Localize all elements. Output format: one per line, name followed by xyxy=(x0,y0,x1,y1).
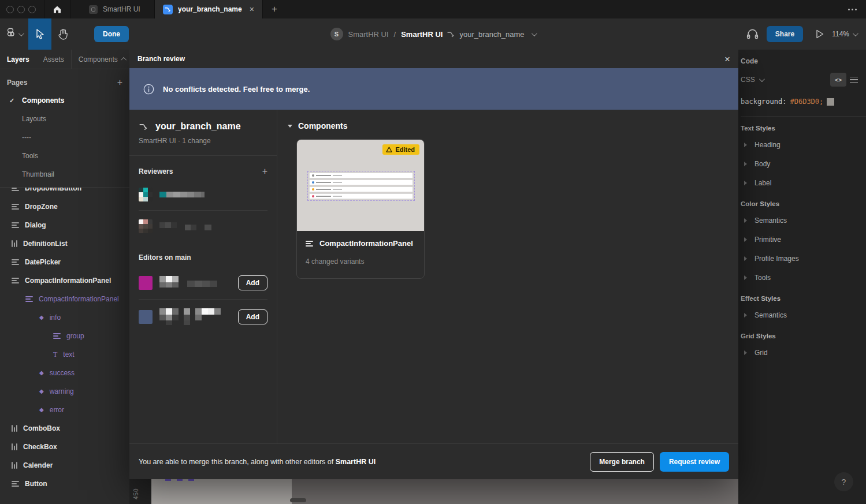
page-item-components[interactable]: ✓ Components xyxy=(0,91,129,110)
color-swatch[interactable] xyxy=(827,98,834,106)
chevron-right-icon[interactable] xyxy=(744,143,747,147)
request-review-button[interactable]: Request review xyxy=(660,452,729,472)
home-button[interactable] xyxy=(44,0,70,18)
style-item-grid[interactable]: Grid xyxy=(741,343,866,362)
style-item-heading[interactable]: Heading xyxy=(741,135,866,154)
breadcrumb-branch[interactable]: your_branch_name xyxy=(459,30,524,39)
layers-list: DropdownButton DropZone Dialog Definitio… xyxy=(0,187,129,504)
add-page-button[interactable]: + xyxy=(117,77,122,88)
warning-triangle-icon xyxy=(386,147,392,152)
tab-layers[interactable]: Layers xyxy=(0,55,36,64)
move-tool-button[interactable] xyxy=(28,18,51,50)
chevron-right-icon[interactable] xyxy=(744,218,747,223)
close-tab-icon[interactable]: × xyxy=(250,5,254,14)
more-options-icon[interactable] xyxy=(838,0,866,18)
layer-label: DropZone xyxy=(25,203,58,211)
tab-your-branch-name[interactable]: your_branch_name × xyxy=(155,0,263,18)
chevron-right-icon[interactable] xyxy=(744,256,747,261)
close-modal-icon[interactable]: × xyxy=(724,54,730,64)
home-icon xyxy=(53,5,62,14)
add-editor-button[interactable]: Add xyxy=(238,309,267,324)
css-dropdown[interactable]: CSS xyxy=(741,76,763,84)
page-item-tools[interactable]: Tools xyxy=(0,147,129,165)
zoom-level-control[interactable]: 114% xyxy=(832,30,857,38)
chevron-right-icon[interactable] xyxy=(744,275,747,280)
chevron-right-icon[interactable] xyxy=(744,237,747,242)
style-item-label[interactable]: Label xyxy=(741,173,866,192)
css-property: background: xyxy=(741,98,786,106)
add-reviewer-button[interactable]: + xyxy=(262,166,267,177)
layer-variant-success[interactable]: ◆ success xyxy=(0,364,129,382)
breadcrumb-file[interactable]: SmartHR UI xyxy=(401,30,443,39)
style-item-semantics[interactable]: Semantics xyxy=(741,211,866,230)
style-label: Profile Images xyxy=(755,255,799,263)
window-close-icon[interactable] xyxy=(6,6,14,13)
layer-combobox[interactable]: ComboBox xyxy=(0,419,129,438)
hand-tool-button[interactable] xyxy=(51,18,75,50)
layer-label: CheckBox xyxy=(23,443,57,451)
present-play-icon[interactable] xyxy=(816,29,824,39)
layer-group[interactable]: group xyxy=(0,327,129,345)
page-label: Layouts xyxy=(22,115,46,123)
page-item-layouts[interactable]: Layouts xyxy=(0,110,129,128)
tab-bar: SmartHR UI your_branch_name × + xyxy=(0,0,866,18)
list-view-icon[interactable] xyxy=(850,77,858,83)
style-item-tools[interactable]: Tools xyxy=(741,268,866,287)
chevron-down-icon[interactable] xyxy=(532,31,537,36)
layer-datepicker[interactable]: DatePicker xyxy=(0,253,129,271)
components-panel-toggle[interactable]: Components xyxy=(71,50,133,69)
layer-label: success xyxy=(50,369,75,377)
window-zoom-icon[interactable] xyxy=(28,6,36,13)
add-editor-button[interactable]: Add xyxy=(238,275,267,290)
variant-diamond-icon: ◆ xyxy=(39,389,44,394)
layer-compactinformationpanel-component[interactable]: CompactInformationPanel xyxy=(0,290,129,308)
window-controls[interactable] xyxy=(0,0,44,18)
layer-compactinformationpanel[interactable]: CompactInformationPanel xyxy=(0,271,129,290)
window-minimize-icon[interactable] xyxy=(17,6,25,13)
selection-dash xyxy=(165,479,171,481)
layer-checkbox[interactable]: CheckBox xyxy=(0,438,129,456)
components-section-toggle[interactable]: Components xyxy=(288,121,738,130)
page-label: Thumbnail xyxy=(22,170,54,178)
layer-variant-warning[interactable]: ◆ warning xyxy=(0,382,129,401)
page-item-thumbnail[interactable]: Thumbnail xyxy=(0,165,129,184)
tab-assets[interactable]: Assets xyxy=(36,55,71,64)
style-item-effect-semantics[interactable]: Semantics xyxy=(741,305,866,324)
chevron-right-icon[interactable] xyxy=(744,313,747,318)
file-icon xyxy=(89,5,98,14)
chevron-right-icon[interactable] xyxy=(744,181,747,185)
main-menu-button[interactable] xyxy=(0,18,28,50)
layer-variant-info[interactable]: ◆ info xyxy=(0,308,129,327)
layer-label: warning xyxy=(50,387,74,395)
merge-branch-button[interactable]: Merge branch xyxy=(590,452,654,472)
audio-headphones-icon[interactable] xyxy=(746,29,759,39)
layer-button[interactable]: Button xyxy=(0,475,129,493)
edited-badge-label: Edited xyxy=(395,146,415,153)
layer-dropdownbutton[interactable]: DropdownButton xyxy=(0,187,129,197)
done-button[interactable]: Done xyxy=(94,26,129,42)
layer-dialog[interactable]: Dialog xyxy=(0,216,129,234)
style-item-primitive[interactable]: Primitive xyxy=(741,230,866,249)
layer-variant-error[interactable]: ◆ error xyxy=(0,401,129,419)
css-code-line[interactable]: background: #D6D3D0; xyxy=(741,88,866,116)
page-item-divider[interactable]: ---- xyxy=(0,128,129,147)
style-item-body[interactable]: Body xyxy=(741,154,866,173)
share-button[interactable]: Share xyxy=(767,26,803,42)
breadcrumb-org[interactable]: SmartHR UI xyxy=(348,30,389,39)
changed-component-card[interactable]: Edited xyxy=(296,139,425,279)
layer-calender[interactable]: Calender xyxy=(0,456,129,475)
code-view-icon[interactable]: <> xyxy=(830,73,846,87)
new-tab-button[interactable]: + xyxy=(263,0,286,18)
tab-smarthr-ui[interactable]: SmartHR UI xyxy=(81,0,155,18)
help-button[interactable]: ? xyxy=(834,472,853,491)
layer-text[interactable]: T text xyxy=(0,345,129,364)
org-avatar[interactable]: S xyxy=(330,28,343,40)
layer-dropzone[interactable]: DropZone xyxy=(0,197,129,216)
variant-diamond-icon: ◆ xyxy=(39,370,44,376)
chevron-right-icon[interactable] xyxy=(744,350,747,355)
horizontal-scrollbar[interactable] xyxy=(290,498,306,502)
style-item-profile-images[interactable]: Profile Images xyxy=(741,249,866,268)
layer-definitionlist[interactable]: DefinitionList xyxy=(0,234,129,253)
columns-icon xyxy=(12,425,17,432)
chevron-right-icon[interactable] xyxy=(744,162,747,166)
